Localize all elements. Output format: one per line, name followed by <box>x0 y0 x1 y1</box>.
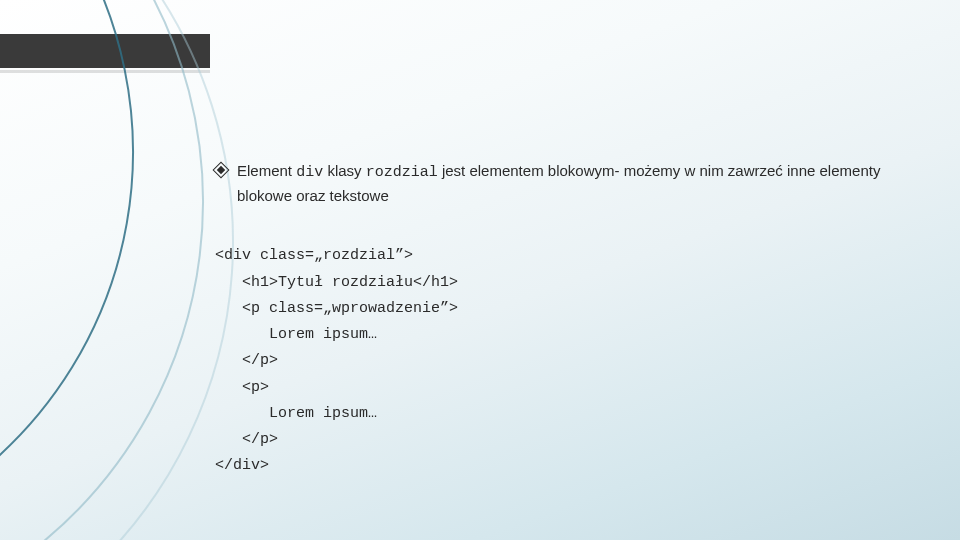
bullet-item: Element div klasy rozdzial jest elemente… <box>215 160 920 207</box>
slide: Element div klasy rozdzial jest elemente… <box>0 0 960 540</box>
code-line: </div> <box>215 457 269 474</box>
code-line: Lorem ipsum… <box>215 326 377 343</box>
code-line: <div class=„rozdzial”> <box>215 247 413 264</box>
title-bar <box>0 34 210 68</box>
inline-code: rozdzial <box>366 164 438 181</box>
content-area: Element div klasy rozdzial jest elemente… <box>215 160 920 480</box>
text-fragment: Element <box>237 162 296 179</box>
diamond-bullet-icon <box>215 164 227 176</box>
inline-code: div <box>296 164 323 181</box>
code-line: <p> <box>215 379 269 396</box>
code-line: </p> <box>215 352 278 369</box>
code-line: Lorem ipsum… <box>215 405 377 422</box>
code-line: <p class=„wprowadzenie”> <box>215 300 458 317</box>
code-line: <h1>Tytuł rozdziału</h1> <box>215 274 458 291</box>
title-bar-underline <box>0 70 210 73</box>
text-fragment: klasy <box>323 162 366 179</box>
code-line: </p> <box>215 431 278 448</box>
bullet-text: Element div klasy rozdzial jest elemente… <box>237 160 920 207</box>
code-block: <div class=„rozdzial”> <h1>Tytuł rozdzia… <box>215 217 920 480</box>
swoosh-arc <box>0 0 199 540</box>
